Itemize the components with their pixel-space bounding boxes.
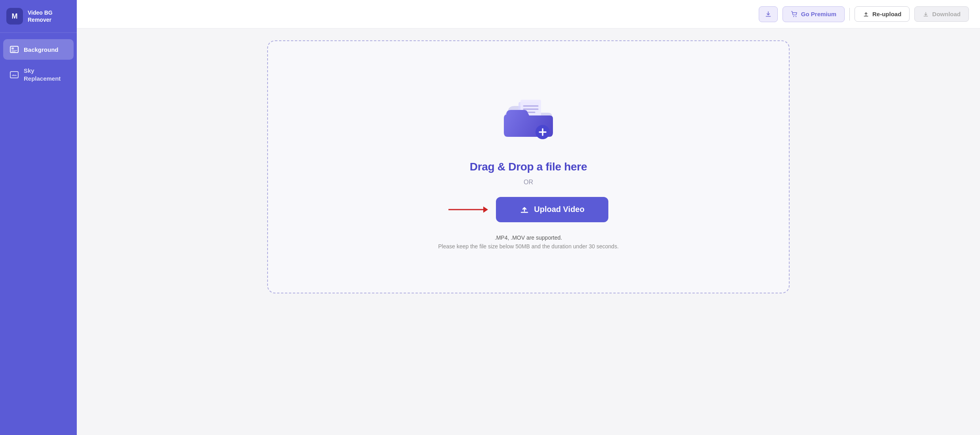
main-area: Go Premium Re-upload Download bbox=[77, 0, 980, 435]
sidebar-item-background-label: Background bbox=[24, 46, 59, 53]
upload-title: Drag & Drop a file here bbox=[470, 161, 587, 173]
sidebar-item-sky-replacement[interactable]: Sky Replacement bbox=[3, 61, 74, 88]
premium-label: Go Premium bbox=[801, 11, 836, 17]
logo-icon: M bbox=[6, 8, 23, 25]
reupload-icon bbox=[863, 11, 869, 17]
save-button[interactable] bbox=[759, 6, 778, 22]
premium-button[interactable]: Go Premium bbox=[782, 6, 845, 22]
folder-svg bbox=[501, 91, 556, 146]
folder-graphic bbox=[501, 91, 556, 146]
upload-hint: .MP4, .MOV are supported. Please keep th… bbox=[438, 233, 619, 251]
upload-or-label: OR bbox=[524, 179, 533, 186]
background-icon bbox=[9, 45, 19, 54]
upload-btn-label: Upload Video bbox=[534, 205, 584, 214]
sky-replacement-icon bbox=[9, 70, 19, 79]
sidebar-item-sky-replacement-label: Sky Replacement bbox=[24, 67, 67, 82]
upload-area-row: Upload Video bbox=[448, 197, 608, 222]
upload-hint-size: Please keep the file size below 50MB and… bbox=[438, 242, 619, 251]
svg-rect-1 bbox=[11, 47, 14, 49]
svg-point-6 bbox=[796, 16, 796, 17]
header: Go Premium Re-upload Download bbox=[77, 0, 980, 28]
arrow-svg bbox=[448, 205, 488, 214]
download-icon bbox=[923, 11, 929, 17]
logo-area: M Video BGRemover bbox=[0, 0, 77, 33]
upload-button[interactable]: Upload Video bbox=[496, 197, 608, 222]
download-label: Download bbox=[932, 11, 961, 17]
sidebar-item-background[interactable]: Background bbox=[3, 39, 74, 60]
arrow-indicator bbox=[448, 205, 488, 214]
cart-icon bbox=[791, 11, 798, 18]
sidebar: M Video BGRemover Background Sky bbox=[0, 0, 77, 435]
logo-text: Video BGRemover bbox=[28, 9, 53, 23]
content-area: Drag & Drop a file here OR Upl bbox=[77, 28, 980, 435]
upload-hint-formats: .MP4, .MOV are supported. bbox=[438, 233, 619, 242]
download-button[interactable]: Download bbox=[914, 6, 969, 22]
svg-rect-4 bbox=[10, 72, 18, 78]
reupload-button[interactable]: Re-upload bbox=[855, 6, 910, 22]
reupload-label: Re-upload bbox=[872, 11, 901, 17]
svg-marker-16 bbox=[483, 206, 488, 213]
upload-zone[interactable]: Drag & Drop a file here OR Upl bbox=[267, 40, 790, 293]
save-icon bbox=[765, 11, 772, 18]
header-divider bbox=[849, 8, 850, 21]
upload-icon bbox=[520, 205, 529, 214]
svg-point-5 bbox=[793, 16, 794, 17]
nav-items: Background Sky Replacement bbox=[0, 33, 77, 94]
